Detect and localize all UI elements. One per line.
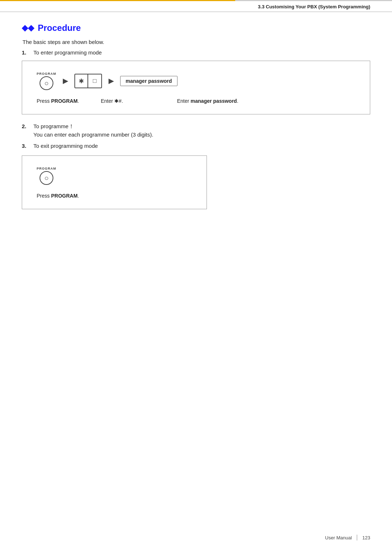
- star-key: ✱: [75, 74, 88, 88]
- diag-label-2: Enter ✱#.: [101, 98, 159, 104]
- step-2-subtext: You can enter each programme number (3 d…: [33, 131, 370, 138]
- page-container: 3.3 Customising Your PBX (System Program…: [0, 0, 392, 555]
- step-3-block: 3. To exit programming mode: [22, 143, 370, 149]
- diag-label-1: Press PROGRAM.: [37, 98, 79, 104]
- page-footer: User Manual 123: [325, 535, 370, 540]
- step-1-label: 1. To enter programming mode: [22, 49, 370, 56]
- program-label-2: PROGRAM: [37, 167, 56, 170]
- step-2-num: 2.: [22, 123, 29, 130]
- step-3-num: 3.: [22, 143, 29, 149]
- diagram-box-1: PROGRAM ○ ▶ ✱ □ ▶ manager password Pr: [22, 61, 370, 114]
- step-3-label: 3. To exit programming mode: [22, 143, 370, 149]
- diag-label-2-1: Press PROGRAM.: [37, 193, 192, 199]
- step-2-block: 2. To programme！ You can enter each prog…: [22, 123, 370, 138]
- hash-key: □: [88, 74, 101, 88]
- intro-text: The basic steps are shown below.: [23, 39, 370, 45]
- step-1-num: 1.: [22, 49, 29, 56]
- program-label: PROGRAM: [37, 72, 56, 76]
- footer-page: 123: [362, 535, 370, 540]
- section-heading: ◆◆ Procedure: [22, 23, 370, 33]
- password-box: manager password: [120, 76, 177, 86]
- arrow-1: ▶: [63, 77, 68, 85]
- header-title: 3.3 Customising Your PBX (System Program…: [258, 4, 370, 9]
- step-2-text: To programme！: [33, 123, 74, 130]
- diagram-row-2: PROGRAM ○: [37, 167, 192, 185]
- program-circle: ○: [40, 76, 53, 90]
- diagram-box-2: PROGRAM ○ Press PROGRAM.: [22, 155, 207, 209]
- program-circle-2: ○: [40, 171, 53, 185]
- step-1-text: To enter programming mode: [33, 49, 102, 56]
- footer-text: User Manual: [325, 535, 352, 540]
- section-title: Procedure: [38, 23, 81, 33]
- page-header: 3.3 Customising Your PBX (System Program…: [0, 1, 392, 12]
- arrow-2: ▶: [109, 77, 114, 85]
- key-box: ✱ □: [74, 74, 102, 88]
- step-2-line1: 2. To programme！: [22, 123, 370, 130]
- program-button-2: PROGRAM ○: [37, 167, 56, 185]
- diagram-labels: Press PROGRAM. Enter ✱#. Enter manager p…: [37, 98, 355, 104]
- program-button: PROGRAM ○: [37, 72, 56, 90]
- section-diamonds: ◆◆: [22, 23, 34, 33]
- step-3-text: To exit programming mode: [33, 143, 98, 149]
- main-content: ◆◆ Procedure The basic steps are shown b…: [0, 23, 392, 240]
- footer-divider: [357, 535, 357, 540]
- diagram-row-1: PROGRAM ○ ▶ ✱ □ ▶ manager password: [37, 72, 355, 90]
- diag-label-3: Enter manager password.: [177, 98, 238, 104]
